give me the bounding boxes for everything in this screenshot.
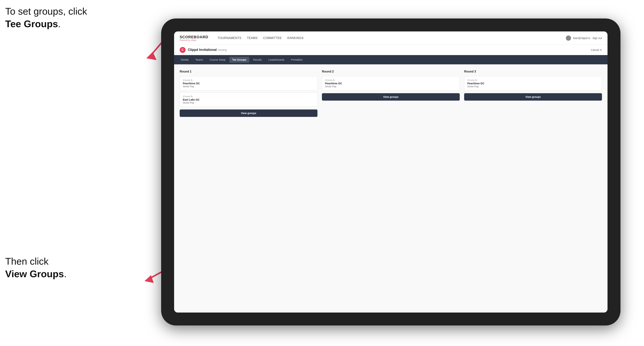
- round-1-column: Round 1 (Course A) Peachtree GC Stroke P…: [180, 70, 318, 117]
- tournament-logo: C: [180, 47, 186, 53]
- round-1-view-groups-button[interactable]: View groups: [180, 110, 318, 117]
- round-1-course-b-name: East Lake GC: [183, 98, 314, 101]
- cancel-button[interactable]: Cancel ✕: [591, 48, 602, 51]
- nav-right: blair@clippd.io Sign out: [566, 35, 602, 41]
- round-3-view-groups-button[interactable]: View groups: [464, 93, 602, 101]
- round-2-column: Round 2 (Course A) Peachtree GC Stroke P…: [322, 70, 460, 117]
- round-2-title: Round 2: [322, 70, 460, 73]
- tab-bar: Details Teams Course Setup Tee Groups Re…: [174, 55, 608, 64]
- round-3-course-a-format: Stroke Play: [467, 85, 599, 88]
- tablet-frame: SCOREBOARD Powered by clippit TOURNAMENT…: [161, 18, 620, 326]
- round-3-course-a-name: Peachtree GC: [467, 82, 599, 85]
- logo-sub: Powered by clippit: [180, 39, 208, 41]
- round-1-course-b-format: Stroke Play: [183, 102, 314, 104]
- round-1-course-b-card: (Course B) East Lake GC Stroke Play: [180, 92, 318, 107]
- instruction-bottom-line2: View Groups: [5, 269, 64, 279]
- main-content: Round 1 (Course A) Peachtree GC Stroke P…: [174, 64, 608, 313]
- top-nav: SCOREBOARD Powered by clippit TOURNAMENT…: [174, 31, 608, 45]
- round-1-title: Round 1: [180, 70, 318, 73]
- user-email: blair@clippd.io: [573, 37, 590, 40]
- tournament-header: C Clippd Invitational Hosting Cancel ✕: [174, 45, 608, 55]
- instruction-top: To set groups, click Tee Groups.: [5, 5, 87, 30]
- instruction-bottom-period: .: [64, 269, 66, 279]
- round-1-course-b-label: (Course B): [183, 95, 314, 97]
- tournament-logo-letter: C: [182, 48, 184, 52]
- tournament-name: Clippd Invitational: [188, 48, 217, 52]
- tournament-hosting-label: Hosting: [218, 48, 226, 51]
- round-2-view-groups-button[interactable]: View groups: [322, 93, 460, 101]
- instruction-top-period: .: [58, 18, 60, 29]
- round-3-column: Round 3 (Course A) Peachtree GC Stroke P…: [464, 70, 602, 117]
- user-avatar: [566, 35, 571, 41]
- tab-details[interactable]: Details: [178, 57, 192, 63]
- round-1-course-a-label: (Course A): [183, 79, 314, 81]
- round-2-course-a-label: (Course A): [325, 79, 456, 81]
- tab-course-setup[interactable]: Course Setup: [207, 57, 228, 63]
- round-3-course-a-label: (Course A): [467, 79, 599, 81]
- tab-results[interactable]: Results: [250, 57, 265, 63]
- nav-tournaments[interactable]: TOURNAMENTS: [218, 36, 241, 40]
- round-2-course-a-card: (Course A) Peachtree GC Stroke Play: [322, 76, 460, 91]
- round-2-course-a-name: Peachtree GC: [325, 82, 456, 85]
- instruction-bottom-line1: Then click: [5, 256, 48, 267]
- sign-out-link[interactable]: Sign out: [592, 37, 602, 40]
- round-1-course-a-format: Stroke Play: [183, 85, 314, 88]
- tab-tee-groups[interactable]: Tee Groups: [229, 57, 250, 63]
- svg-marker-3: [144, 275, 154, 283]
- round-2-course-a-format: Stroke Play: [325, 85, 456, 88]
- nav-rankings[interactable]: RANKINGS: [287, 36, 304, 40]
- instruction-top-line2: Tee Groups: [5, 18, 58, 29]
- nav-committee[interactable]: COMMITTEE: [263, 36, 282, 40]
- svg-marker-1: [146, 52, 156, 60]
- tab-teams[interactable]: Teams: [192, 57, 206, 63]
- round-3-course-a-card: (Course A) Peachtree GC Stroke Play: [464, 76, 602, 91]
- tab-leaderboards[interactable]: Leaderboards: [266, 57, 287, 63]
- tab-printables[interactable]: Printables: [288, 57, 306, 63]
- nav-links: TOURNAMENTS TEAMS COMMITTEE RANKINGS: [218, 36, 304, 40]
- instruction-bottom: Then click View Groups.: [5, 255, 66, 280]
- logo-text: SCOREBOARD: [180, 35, 208, 39]
- round-1-course-a-card: (Course A) Peachtree GC Stroke Play: [180, 76, 318, 91]
- round-1-course-a-name: Peachtree GC: [183, 82, 314, 85]
- tablet-screen: SCOREBOARD Powered by clippit TOURNAMENT…: [174, 31, 608, 313]
- rounds-container: Round 1 (Course A) Peachtree GC Stroke P…: [180, 70, 602, 117]
- nav-teams[interactable]: TEAMS: [247, 36, 258, 40]
- instruction-top-line1: To set groups, click: [5, 6, 87, 17]
- logo-area: SCOREBOARD Powered by clippit: [180, 35, 208, 41]
- round-3-title: Round 3: [464, 70, 602, 73]
